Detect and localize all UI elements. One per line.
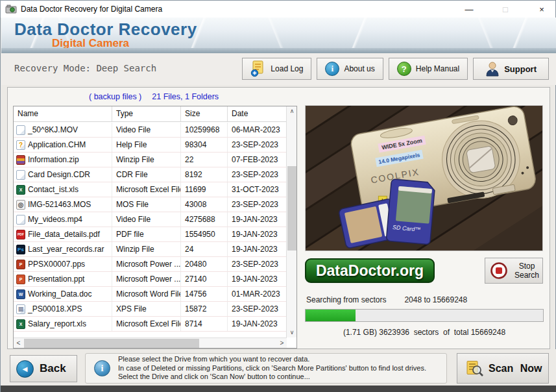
stop-icon [490, 262, 508, 280]
file-row[interactable]: X Salary_report.xls Microsoft Excel File… [14, 317, 287, 332]
scroll-right-icon[interactable]: > [277, 338, 287, 349]
horizontal-scrollbar[interactable]: < > [14, 337, 287, 348]
camera-photo: WIDE 5x Zoom 14.0 Megapixels COOLPIX SD … [305, 105, 543, 251]
help-manual-label: Help Manual [416, 64, 459, 73]
file-date: 31-OCT-2023 [228, 182, 286, 197]
vertical-scroll-thumb[interactable] [287, 166, 296, 251]
file-table-body: _50^8KJ.MOV Video File 10259968 06-MAR-2… [14, 123, 287, 332]
datadoctor-site-button[interactable]: DataDoctor.org [305, 258, 435, 283]
window-controls: — □ × [461, 1, 550, 18]
file-date: 07-FEB-2023 [228, 153, 286, 167]
load-log-label: Load Log [271, 64, 303, 73]
instructions-text: Please select the Drive from which you w… [118, 355, 426, 382]
instructions-box: i Please select the Drive from which you… [85, 353, 447, 384]
stop-search-button[interactable]: Stop Search [485, 258, 543, 284]
backup-summary: ( backup files ) 21 Files, 1 Folders [89, 92, 219, 101]
recovery-mode-label: Recovery Mode: Deep Search [14, 63, 156, 73]
column-header-date[interactable]: Date [228, 106, 286, 121]
column-header-name[interactable]: Name [14, 106, 112, 121]
file-row[interactable]: P Presentation.ppt Microsoft Power ... 2… [14, 272, 287, 287]
help-manual-button[interactable]: ? Help Manual [389, 58, 468, 80]
info-icon: i [325, 62, 339, 76]
file-type-icon: Ps [16, 245, 25, 254]
column-header-type[interactable]: Type [112, 106, 181, 121]
file-size: 11699 [181, 182, 228, 197]
file-date: 23-SEP-2023 [228, 197, 286, 212]
back-button[interactable]: ◄ Back [10, 355, 77, 382]
progress-fill [306, 310, 356, 321]
file-date: 23-SEP-2023 [228, 302, 286, 316]
file-row[interactable]: _50^8KJ.MOV Video File 10259968 06-MAR-2… [14, 123, 287, 138]
file-type: Video File [112, 123, 181, 137]
progress-bar [305, 309, 544, 322]
toolbar-buttons: Load Log i About us ? Help Manual Suppor… [242, 58, 549, 80]
load-log-button[interactable]: Load Log [242, 58, 311, 80]
file-name: _50^8KJ.MOV [28, 125, 78, 134]
file-row[interactable]: ▤ _PS00018.XPS XPS File 15872 23-SEP-202… [14, 302, 287, 317]
file-type: XPS File [112, 302, 181, 316]
file-date: 19-JAN-2023 [228, 227, 286, 241]
close-icon[interactable]: × [533, 5, 550, 14]
maximize-icon[interactable]: □ [497, 5, 514, 14]
file-row[interactable]: ? Application.CHM Help File 98304 23-SEP… [14, 138, 287, 153]
file-type: Microsoft Excel File [112, 317, 181, 331]
column-header-size[interactable]: Size [181, 106, 228, 121]
file-name: Presentation.ppt [28, 275, 84, 284]
file-row[interactable]: Ps Last_year_records.rar Winzip File 24 … [14, 242, 287, 257]
scroll-left-icon[interactable]: < [14, 338, 23, 349]
file-table-header: Name Type Size Date [14, 106, 296, 122]
file-type: Winzip File [112, 153, 181, 167]
minimize-icon[interactable]: — [461, 5, 477, 14]
file-size: 24 [181, 242, 228, 256]
file-row[interactable]: ◎ IMG-521463.MOS MOS File 43008 23-SEP-2… [14, 197, 287, 212]
file-count-label: 21 Files, 1 Folders [152, 92, 219, 101]
file-table: Name Type Size Date _50^8KJ.MOV Video Fi… [13, 106, 297, 349]
file-date: 19-JAN-2023 [228, 212, 286, 227]
file-type-icon: ▤ [16, 304, 25, 314]
file-row[interactable]: Information.zip Winzip File 22 07-FEB-20… [14, 153, 287, 167]
footer-bar: ◄ Back i Please select the Drive from wh… [1, 349, 556, 386]
file-size: 1554950 [181, 227, 228, 241]
file-type-icon: PDF [16, 230, 25, 239]
file-type-icon: P [16, 260, 25, 269]
instruction-line: Select the Drive and click on 'Scan Now'… [118, 373, 426, 382]
support-button[interactable]: Support [473, 58, 549, 80]
file-name: Information.zip [28, 155, 79, 164]
window-bottom-edge [1, 386, 556, 392]
instruction-line: In case of Deleted or missing Partitions… [118, 364, 426, 373]
file-date: 06-MAR-2023 [228, 123, 286, 137]
header-divider [1, 48, 556, 53]
file-row[interactable]: PDF File_data_details.pdf PDF file 15549… [14, 227, 287, 242]
file-type: PDF file [112, 227, 181, 241]
file-type: Microsoft Excel File [112, 182, 181, 197]
file-row[interactable]: W Working_Data.doc Microsoft Word File 1… [14, 287, 287, 302]
horizontal-scroll-thumb[interactable] [24, 339, 199, 348]
vertical-scrollbar[interactable]: ∧ ∨ [286, 106, 296, 337]
file-size: 15872 [181, 302, 228, 316]
file-name: Application.CHM [28, 140, 86, 149]
scan-icon [465, 360, 483, 377]
about-us-label: About us [344, 64, 374, 73]
file-type-icon [16, 170, 25, 180]
file-row[interactable]: Card Design.CDR CDR File 8192 23-SEP-202… [14, 167, 287, 182]
back-arrow-icon: ◄ [16, 360, 34, 378]
file-type-icon: ? [16, 140, 25, 150]
about-us-button[interactable]: i About us [317, 58, 383, 80]
file-type: Video File [112, 212, 181, 227]
file-row[interactable]: X Contact_ist.xls Microsoft Excel File 1… [14, 182, 287, 197]
file-name: Salary_report.xls [28, 319, 86, 328]
file-row[interactable]: P PPSX00007.pps Microsoft Power ... 2048… [14, 257, 287, 272]
scan-now-button[interactable]: Scan Now [457, 353, 549, 384]
title-bar: Data Doctor Recovery for Digital Camera … [1, 1, 555, 18]
scroll-up-icon[interactable]: ∧ [287, 106, 297, 116]
file-name: Working_Data.doc [28, 289, 92, 299]
file-type: Winzip File [112, 242, 181, 256]
file-size: 22 [181, 153, 228, 167]
file-row[interactable]: My_videos.mp4 Video File 4275688 19-JAN-… [14, 212, 287, 227]
file-size: 8714 [181, 317, 228, 331]
toolbar: Recovery Mode: Deep Search Load Log i Ab… [1, 53, 556, 85]
file-size: 14756 [181, 287, 228, 301]
file-type-icon: ◎ [16, 200, 25, 210]
scroll-down-icon[interactable]: ∨ [287, 328, 297, 337]
file-name: IMG-521463.MOS [28, 200, 91, 209]
